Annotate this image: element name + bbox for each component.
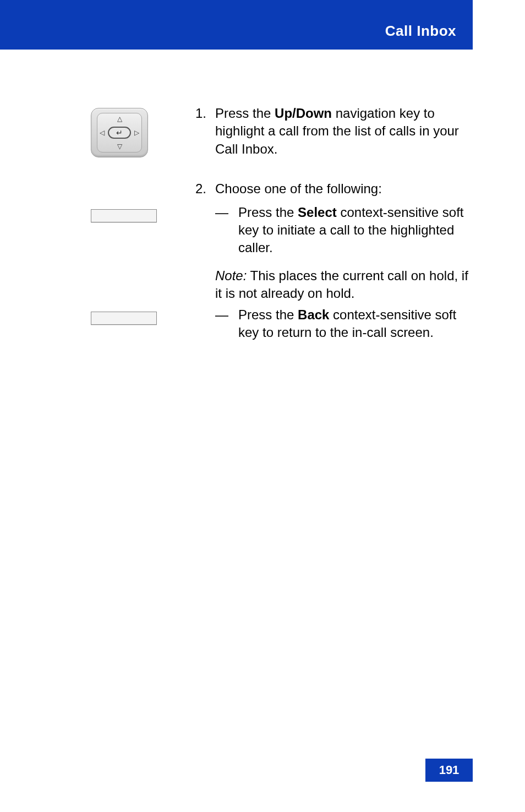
header-bar: Call Inbox [118, 0, 473, 50]
step-2-intro-row: 2. Choose one of the following: [91, 180, 475, 198]
step-1-pre: Press the [215, 106, 275, 121]
step-1-text: 1. Press the Up/Down navigation key to h… [195, 105, 475, 158]
nav-right-icon: ▷ [134, 129, 139, 137]
softkey-select-icon [91, 209, 157, 222]
step-1-number: 1. [195, 105, 215, 158]
step-2b-row: — Press the Back context-sensitive soft … [91, 306, 475, 342]
step-2a-text: — Press the Select context-sensitive sof… [195, 204, 475, 303]
step-2-intro-spacer [91, 180, 195, 183]
step-1-graphic-col: △ ▽ ◁ ▷ ↵ [91, 105, 195, 157]
step-2-intro-text: 2. Choose one of the following: [195, 180, 475, 198]
navigation-pad-inner: △ ▽ ◁ ▷ ↵ [97, 113, 142, 152]
nav-enter-icon: ↵ [108, 127, 131, 139]
step-2a-note: Note: This places the current call on ho… [215, 267, 475, 303]
step-2a-graphic-col [91, 204, 195, 222]
step-2b-graphic-col [91, 306, 195, 325]
step-2-intro: Choose one of the following: [215, 180, 475, 198]
step-2a-dash: — [215, 204, 238, 257]
step-2b-dash: — [215, 306, 238, 342]
page-number: 191 [439, 763, 460, 777]
step-1-key: Up/Down [275, 106, 332, 121]
nav-left-icon: ◁ [100, 129, 105, 137]
step-2a-note-label: Note: [215, 268, 247, 283]
step-2b-num-spacer [195, 306, 215, 342]
step-2a-pre: Press the [238, 205, 298, 220]
step-2a-row: — Press the Select context-sensitive sof… [91, 204, 475, 303]
page: Call Inbox △ ▽ ◁ ▷ ↵ 1. [0, 0, 525, 812]
step-2a-key: Select [298, 205, 337, 220]
step-2a-body: Press the Select context-sensitive soft … [238, 204, 475, 257]
nav-up-icon: △ [117, 115, 122, 123]
step-2a-num-spacer [195, 204, 215, 303]
step-2b-key: Back [298, 307, 329, 322]
step-2b-body: Press the Back context-sensitive soft ke… [238, 306, 475, 342]
step-1-row: △ ▽ ◁ ▷ ↵ 1. Press the Up/Down navigatio… [91, 105, 475, 158]
step-1-body: Press the Up/Down navigation key to high… [215, 105, 475, 158]
page-number-box: 191 [425, 759, 473, 782]
step-2b-text: — Press the Back context-sensitive soft … [195, 306, 475, 342]
softkey-back-icon [91, 312, 157, 325]
navigation-pad-icon: △ ▽ ◁ ▷ ↵ [91, 108, 148, 157]
section-title: Call Inbox [385, 23, 456, 40]
header-left-block [0, 0, 118, 50]
step-2b-pre: Press the [238, 307, 298, 322]
content-area: △ ▽ ◁ ▷ ↵ 1. Press the Up/Down navigatio… [91, 105, 475, 746]
nav-down-icon: ▽ [117, 143, 122, 150]
step-2a-note-text: This places the current call on hold, if… [215, 268, 468, 301]
step-2-number: 2. [195, 180, 215, 198]
